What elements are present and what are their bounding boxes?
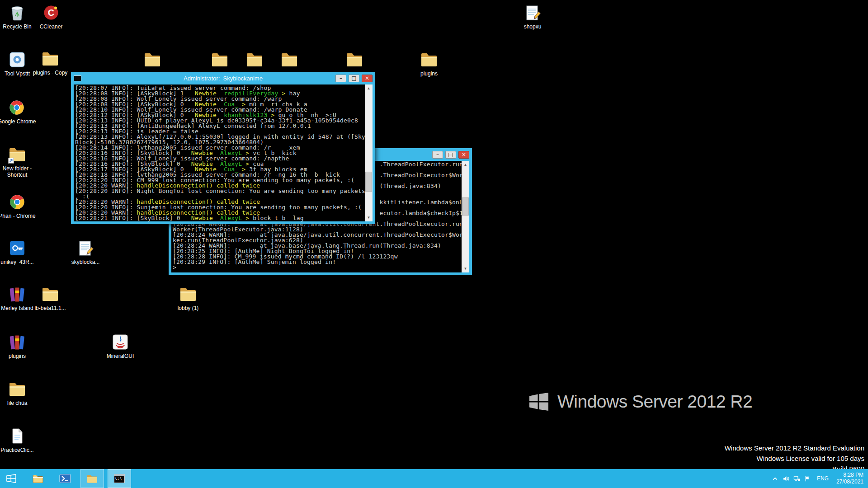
folder-icon xyxy=(345,51,363,69)
file-icon xyxy=(8,427,26,445)
folder-icon xyxy=(8,145,26,164)
folder-icon xyxy=(420,51,438,69)
desktop-icon-label: Tool Vpsttt xyxy=(5,70,30,77)
maximize-button[interactable]: □ xyxy=(349,75,359,82)
cmd-icon: C:\ xyxy=(113,473,125,484)
scroll-down-icon[interactable]: ▼ xyxy=(365,214,373,221)
scrollbar[interactable]: ▲ ▼ xyxy=(462,161,469,272)
desktop-icon-label: shopxu xyxy=(524,23,542,30)
scroll-thumb[interactable] xyxy=(365,172,372,192)
winrar-icon xyxy=(8,285,26,303)
cmd-icon xyxy=(74,75,81,81)
close-button[interactable]: × xyxy=(458,151,469,159)
desktop-icon-file-chua[interactable]: file chùa xyxy=(0,380,37,406)
desktop-icon-label: plugins xyxy=(420,70,438,77)
language-indicator[interactable]: ENG xyxy=(815,475,830,482)
taskbar: C:\ ENG 8:28 PM 27/08/2021 xyxy=(0,469,868,488)
console-line: [20:28:20 INFO]: Night_BongToi lost conn… xyxy=(75,188,365,194)
tool-icon xyxy=(8,51,26,69)
explorer-icon xyxy=(32,473,44,484)
svg-text:C: C xyxy=(48,8,54,18)
desktop-icon-unikey[interactable]: unikey_43R... xyxy=(0,239,37,265)
java-icon xyxy=(111,333,129,351)
folder-icon xyxy=(280,51,298,69)
taskbar-file-explorer-button[interactable] xyxy=(26,469,50,488)
desktop-icon-label: PracticeClic... xyxy=(0,447,33,453)
scroll-down-icon[interactable]: ▼ xyxy=(462,265,469,272)
desktop-icon-skyblocka[interactable]: skyblocka... xyxy=(66,239,105,265)
desktop-icon-label: plugins - Copy xyxy=(33,70,68,76)
scroll-up-icon[interactable]: ▲ xyxy=(365,84,373,92)
action-center-flag-icon[interactable] xyxy=(804,475,811,482)
desktop-icon-plugins-rar[interactable]: plugins xyxy=(0,333,37,359)
ccleaner-icon: C xyxy=(42,4,60,22)
desktop-icon-mineralgui[interactable]: MineralGUI xyxy=(100,333,140,359)
desktop-icon-label: Merley Island xyxy=(1,305,33,311)
recycle-icon xyxy=(8,4,26,22)
scrollbar[interactable]: ▲ ▼ xyxy=(365,84,373,221)
network-icon[interactable] xyxy=(793,475,800,482)
system-tray: ENG 8:28 PM 27/08/2021 xyxy=(772,469,868,488)
taskbar-powershell-button[interactable] xyxy=(53,469,77,488)
close-button[interactable]: × xyxy=(362,75,373,82)
console-line: [20:28:29 INFO]: [AuthMe] Sunjemin logge… xyxy=(173,259,462,265)
desktop-icon-new-folder-shortcut[interactable]: New folder - Shortcut xyxy=(0,145,37,178)
front-console-window: Administrator: Skyblockanime – □ × [20:2… xyxy=(71,72,375,224)
chrome-icon xyxy=(8,99,26,117)
desktop-icon-lobby[interactable]: lobby (1) xyxy=(168,285,208,311)
taskbar-buttons: C:\ xyxy=(0,469,131,488)
desktop-icon-plugins-folder[interactable]: plugins xyxy=(409,51,449,77)
start-icon xyxy=(5,473,17,484)
desktop-icon-folder-c[interactable] xyxy=(235,51,274,70)
desktop-icon-label: skyblocka... xyxy=(71,259,100,265)
folder-icon xyxy=(211,51,229,69)
console-line: [20:28:21 INFO]: [SkyBlock] 0 Newbie Ale… xyxy=(75,216,365,221)
tray-time: 8:28 PM xyxy=(836,472,863,479)
show-hidden-icons-chevron-icon[interactable] xyxy=(772,475,778,482)
minimize-button[interactable]: – xyxy=(432,151,443,159)
taskbar-start-button[interactable] xyxy=(0,469,23,488)
minimize-button[interactable]: – xyxy=(335,75,346,82)
chrome-icon xyxy=(8,193,26,211)
tray-clock[interactable]: 8:28 PM 27/08/2021 xyxy=(835,472,863,485)
desktop-icon-practiceclic[interactable]: PracticeClic... xyxy=(0,427,37,453)
scroll-up-icon[interactable]: ▲ xyxy=(462,161,469,169)
desktop-icon-label: lb-beta11.1... xyxy=(34,305,66,311)
desktop-icon-label: plugins xyxy=(9,353,26,359)
desktop-icon-phan-chrome[interactable]: Phan - Chrome xyxy=(0,193,37,219)
desktop-icon-label: Phan - Chrome xyxy=(0,213,36,219)
powershell-icon xyxy=(59,473,71,484)
unikey-icon xyxy=(8,239,26,257)
desktop-icon-folder-b[interactable] xyxy=(200,51,240,70)
desktop-icon-label: unikey_43R... xyxy=(0,259,33,265)
folder-icon xyxy=(86,473,98,484)
folder-icon xyxy=(245,51,264,69)
desktop-icon-lb-beta[interactable]: lb-beta11.1... xyxy=(30,285,70,311)
console-output: [20:28:07 INFO]: TuiLaFat issued server … xyxy=(74,84,365,221)
desktop-icon-label: lobby (1) xyxy=(178,305,199,311)
maximize-button[interactable]: □ xyxy=(445,151,456,159)
taskbar-cmd-window-button[interactable]: C:\ xyxy=(108,469,131,488)
volume-icon[interactable] xyxy=(783,475,789,482)
tray-date: 27/08/2021 xyxy=(836,479,863,485)
desktop-icon-folder-e[interactable] xyxy=(335,51,374,70)
desktop-icon-ccleaner[interactable]: CCCleaner xyxy=(31,4,71,30)
scroll-thumb[interactable] xyxy=(462,197,469,216)
notepad-icon xyxy=(524,4,542,22)
desktop-icon-label: Recycle Bin xyxy=(3,23,31,30)
front-console-titlebar[interactable]: Administrator: Skyblockanime – □ × xyxy=(71,72,375,84)
taskbar-spacer xyxy=(131,469,772,488)
svg-text:C:\: C:\ xyxy=(115,477,122,481)
taskbar-folder-window-button[interactable] xyxy=(80,469,104,488)
desktop-icon-label: file chùa xyxy=(7,400,28,406)
desktop-icon-plugins-copy[interactable]: plugins - Copy xyxy=(30,50,70,76)
folder-icon xyxy=(41,50,59,68)
front-console-title: Administrator: Skyblockanime xyxy=(71,75,375,82)
winrar-icon xyxy=(8,333,26,351)
desktop-icon-folder-d[interactable] xyxy=(269,51,309,70)
desktop-icon-folder-a[interactable] xyxy=(132,51,172,70)
desktop-icon-google-chrome[interactable]: Google Chrome xyxy=(0,99,37,125)
desktop-icon-label: Google Chrome xyxy=(0,118,36,125)
folder-icon xyxy=(179,285,197,303)
desktop-icon-shopxu[interactable]: shopxu xyxy=(513,4,552,30)
